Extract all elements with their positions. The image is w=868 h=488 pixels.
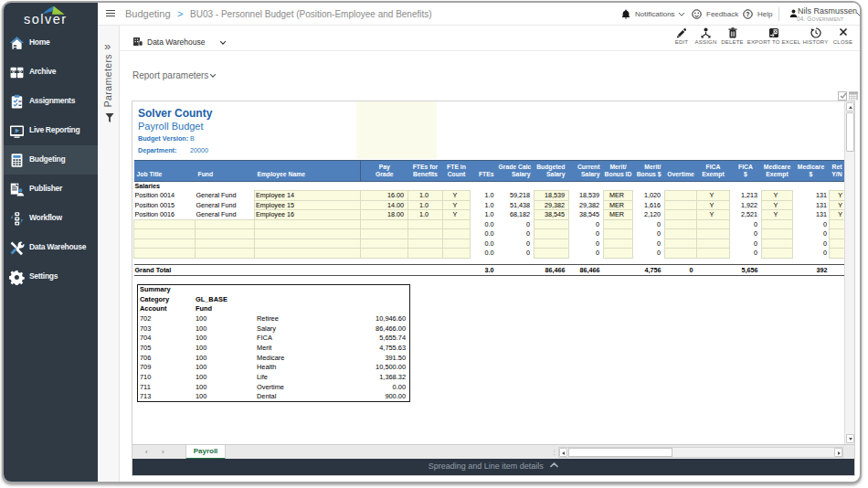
svg-text:?: ? xyxy=(746,11,749,17)
